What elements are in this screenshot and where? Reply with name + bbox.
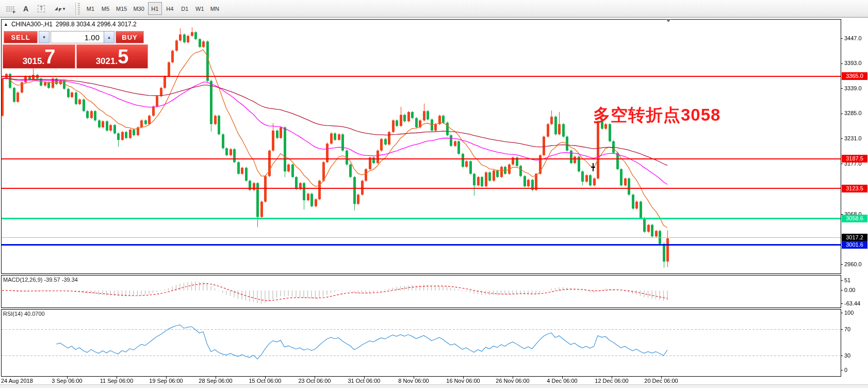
- rsi-axis-tick-0: 0: [844, 367, 868, 373]
- buy-price-int: 3021: [96, 56, 116, 67]
- symbol-header: ▲ CHINA300-,H1 2998.8 3034.4 2996.4 3017…: [4, 21, 137, 28]
- macd-axis-tick-0.00: 0.00: [844, 287, 868, 293]
- hline-3365[interactable]: [2, 76, 841, 77]
- price-badge-3187.5: 3187.5: [842, 155, 867, 163]
- price-badge-3058.6: 3058.6: [842, 215, 867, 222]
- buy-price-frac: 5: [118, 47, 128, 67]
- caret-up-icon: ▴: [108, 35, 110, 40]
- price-tick-2960.0: 2960.0: [844, 261, 868, 267]
- time-label: 4 Dec 06:00: [547, 378, 577, 384]
- trading-platform-window: F A T ▾ M1M5M15M30H1H4D1W1MN ▲ CHINA300-…: [0, 0, 868, 388]
- price-tick-3285.0: 3285.0: [844, 110, 868, 116]
- symbol-name: CHINA300-,H1: [11, 21, 53, 28]
- time-label: 26 Nov 06:00: [496, 378, 529, 384]
- time-label: 12 Dec 06:00: [595, 378, 628, 384]
- price-tick-3339.0: 3339.0: [844, 85, 868, 91]
- rsi-axis-tick-30: 30: [844, 352, 868, 359]
- volume-increase-button[interactable]: ▴: [104, 31, 114, 43]
- sell-price-display[interactable]: 3015.7: [3, 44, 75, 69]
- price-badge-3001.6: 3001.6: [842, 241, 867, 249]
- one-click-trading-panel: SELL ▾ ▴ BUY 3015.7 3021.5: [3, 31, 149, 69]
- volume-input[interactable]: [51, 31, 104, 43]
- time-label: 16 Nov 06:00: [446, 378, 480, 384]
- time-label: 3 Sep 06:00: [52, 378, 82, 384]
- hline-3001.6[interactable]: [2, 244, 841, 246]
- macd-axis-tick-51: 51: [844, 277, 868, 283]
- chart-annotation-text[interactable]: 多空转折点3058: [593, 104, 720, 127]
- macd-label: MACD(12,26,9) -39.57 -39.34: [3, 277, 78, 283]
- hline-3123.5[interactable]: [2, 188, 841, 189]
- caret-down-icon: ▾: [43, 35, 45, 40]
- symbol-arrow-icon: ▲: [4, 22, 8, 27]
- time-label: 20 Dec 06:00: [644, 378, 678, 384]
- time-label: 19 Sep 06:00: [149, 378, 183, 384]
- time-label: 24 Aug 2018: [1, 378, 33, 384]
- buy-button[interactable]: BUY: [116, 31, 144, 43]
- hline-3058.6[interactable]: [2, 218, 841, 219]
- price-badge-3123.5: 3123.5: [842, 185, 867, 192]
- hline-3017.2[interactable]: [2, 237, 841, 238]
- sell-button[interactable]: SELL: [4, 31, 38, 43]
- time-label: 11 Sep 06:00: [100, 378, 134, 384]
- price-tick-3231.0: 3231.0: [844, 135, 868, 141]
- price-badge-3365.0: 3365.0: [842, 72, 867, 80]
- rsi-label: RSI(14) 40.0700: [3, 311, 45, 317]
- price-tick-3447.0: 3447.0: [844, 35, 868, 41]
- time-label: 28 Sep 06:00: [199, 378, 232, 384]
- rsi-axis-tick-70: 70: [844, 326, 868, 332]
- symbol-ohlc: 2998.8 3034.4 2996.4 3017.2: [56, 21, 137, 28]
- price-tick-3393.0: 3393.0: [844, 60, 868, 66]
- volume-decrease-button[interactable]: ▾: [39, 31, 50, 43]
- time-label: 31 Oct 06:00: [348, 378, 381, 384]
- buy-price-display[interactable]: 3021.5: [76, 44, 148, 69]
- sell-price-int: 3015: [23, 56, 42, 67]
- sell-price-frac: 7: [44, 47, 55, 67]
- price-badge-3017.2: 3017.2: [842, 234, 867, 241]
- time-label: 23 Oct 06:00: [299, 378, 331, 384]
- chart-shift-marker[interactable]: [666, 19, 671, 22]
- time-label: 15 Oct 06:00: [249, 378, 282, 384]
- macd-axis-tick--63.44: -63.44: [844, 300, 868, 306]
- rsi-axis-tick-100: 100: [844, 310, 868, 316]
- time-label: 8 Nov 06:00: [398, 378, 429, 384]
- hline-3187.5[interactable]: [2, 158, 841, 159]
